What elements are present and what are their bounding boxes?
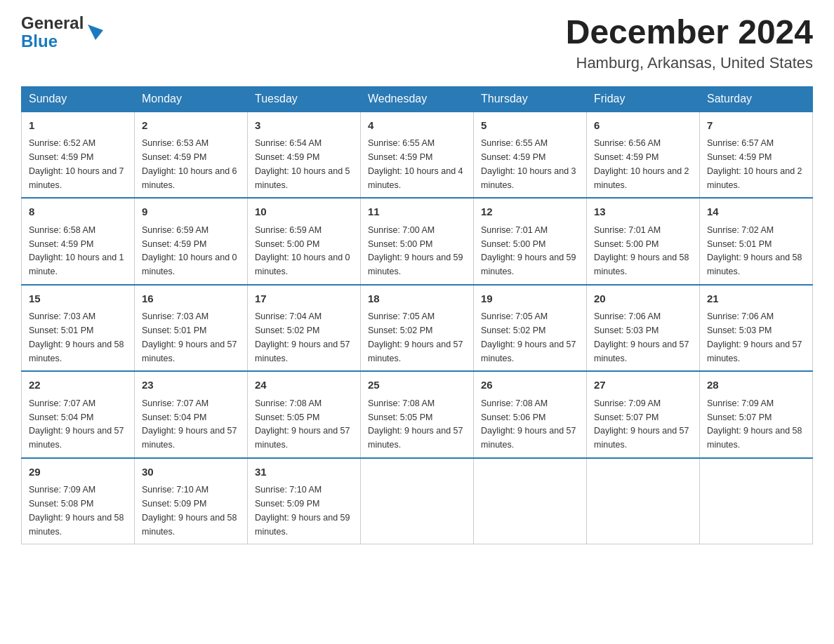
header-monday: Monday (135, 86, 248, 112)
week-row-5: 29 Sunrise: 7:09 AMSunset: 5:08 PMDaylig… (22, 458, 813, 544)
day-cell-15: 15 Sunrise: 7:03 AMSunset: 5:01 PMDaylig… (22, 285, 135, 372)
day-info: Sunrise: 6:55 AMSunset: 4:59 PMDaylight:… (368, 138, 463, 189)
day-cell-24: 24 Sunrise: 7:08 AMSunset: 5:05 PMDaylig… (248, 371, 361, 458)
day-cell-26: 26 Sunrise: 7:08 AMSunset: 5:06 PMDaylig… (474, 371, 587, 458)
day-info: Sunrise: 7:08 AMSunset: 5:06 PMDaylight:… (481, 398, 576, 450)
day-number: 18 (368, 291, 466, 307)
calendar-header-row: SundayMondayTuesdayWednesdayThursdayFrid… (22, 86, 813, 112)
day-info: Sunrise: 7:09 AMSunset: 5:07 PMDaylight:… (594, 398, 689, 450)
day-number: 19 (481, 291, 579, 307)
day-info: Sunrise: 7:05 AMSunset: 5:02 PMDaylight:… (368, 311, 463, 363)
location-subtitle: Hamburg, Arkansas, United States (566, 54, 813, 72)
day-info: Sunrise: 7:08 AMSunset: 5:05 PMDaylight:… (368, 398, 463, 450)
header-saturday: Saturday (700, 86, 813, 112)
day-cell-13: 13 Sunrise: 7:01 AMSunset: 5:00 PMDaylig… (587, 198, 700, 285)
day-cell-19: 19 Sunrise: 7:05 AMSunset: 5:02 PMDaylig… (474, 285, 587, 372)
day-cell-2: 2 Sunrise: 6:53 AMSunset: 4:59 PMDayligh… (135, 112, 248, 199)
logo: General Blue (21, 14, 103, 51)
day-number: 20 (594, 291, 692, 307)
day-info: Sunrise: 6:56 AMSunset: 4:59 PMDaylight:… (594, 138, 689, 189)
header-wednesday: Wednesday (361, 86, 474, 112)
day-info: Sunrise: 7:08 AMSunset: 5:05 PMDaylight:… (255, 398, 350, 450)
day-cell-11: 11 Sunrise: 7:00 AMSunset: 5:00 PMDaylig… (361, 198, 474, 285)
day-info: Sunrise: 7:00 AMSunset: 5:00 PMDaylight:… (368, 225, 463, 276)
day-cell-5: 5 Sunrise: 6:55 AMSunset: 4:59 PMDayligh… (474, 112, 587, 199)
month-year-title: December 2024 (566, 14, 813, 51)
day-info: Sunrise: 7:09 AMSunset: 5:08 PMDaylight:… (29, 485, 124, 536)
day-info: Sunrise: 7:01 AMSunset: 5:00 PMDaylight:… (481, 225, 576, 276)
day-number: 28 (707, 377, 805, 394)
day-cell-28: 28 Sunrise: 7:09 AMSunset: 5:07 PMDaylig… (700, 371, 813, 458)
day-number: 11 (368, 204, 466, 220)
day-cell-10: 10 Sunrise: 6:59 AMSunset: 5:00 PMDaylig… (248, 198, 361, 285)
day-info: Sunrise: 7:10 AMSunset: 5:09 PMDaylight:… (142, 485, 237, 536)
header-friday: Friday (587, 86, 700, 112)
day-number: 15 (29, 291, 127, 307)
day-number: 9 (142, 204, 240, 220)
day-number: 27 (594, 377, 692, 394)
day-cell-4: 4 Sunrise: 6:55 AMSunset: 4:59 PMDayligh… (361, 112, 474, 199)
day-cell-27: 27 Sunrise: 7:09 AMSunset: 5:07 PMDaylig… (587, 371, 700, 458)
logo-blue-text: Blue (21, 32, 84, 51)
day-number: 13 (594, 204, 692, 220)
logo-general-text: General (21, 14, 84, 32)
day-info: Sunrise: 7:09 AMSunset: 5:07 PMDaylight:… (707, 398, 802, 450)
day-info: Sunrise: 7:06 AMSunset: 5:03 PMDaylight:… (594, 311, 689, 363)
empty-cell (361, 458, 474, 544)
day-cell-17: 17 Sunrise: 7:04 AMSunset: 5:02 PMDaylig… (248, 285, 361, 372)
day-cell-23: 23 Sunrise: 7:07 AMSunset: 5:04 PMDaylig… (135, 371, 248, 458)
day-cell-9: 9 Sunrise: 6:59 AMSunset: 4:59 PMDayligh… (135, 198, 248, 285)
day-cell-3: 3 Sunrise: 6:54 AMSunset: 4:59 PMDayligh… (248, 112, 361, 199)
day-number: 14 (707, 204, 805, 220)
day-info: Sunrise: 7:02 AMSunset: 5:01 PMDaylight:… (707, 225, 802, 276)
day-number: 31 (255, 464, 353, 481)
day-number: 4 (368, 118, 466, 134)
day-number: 17 (255, 291, 353, 307)
header-tuesday: Tuesday (248, 86, 361, 112)
day-info: Sunrise: 6:58 AMSunset: 4:59 PMDaylight:… (29, 225, 124, 276)
day-info: Sunrise: 7:10 AMSunset: 5:09 PMDaylight:… (255, 485, 350, 536)
day-number: 25 (368, 377, 466, 394)
day-number: 5 (481, 118, 579, 134)
day-number: 30 (142, 464, 240, 481)
day-info: Sunrise: 7:01 AMSunset: 5:00 PMDaylight:… (594, 225, 689, 276)
day-cell-1: 1 Sunrise: 6:52 AMSunset: 4:59 PMDayligh… (22, 112, 135, 199)
day-number: 26 (481, 377, 579, 394)
day-info: Sunrise: 6:59 AMSunset: 5:00 PMDaylight:… (255, 225, 350, 276)
svg-marker-0 (88, 25, 103, 40)
day-number: 1 (29, 118, 127, 134)
day-info: Sunrise: 6:54 AMSunset: 4:59 PMDaylight:… (255, 138, 350, 189)
day-cell-30: 30 Sunrise: 7:10 AMSunset: 5:09 PMDaylig… (135, 458, 248, 544)
day-number: 24 (255, 377, 353, 394)
day-cell-21: 21 Sunrise: 7:06 AMSunset: 5:03 PMDaylig… (700, 285, 813, 372)
day-number: 2 (142, 118, 240, 134)
calendar-table: SundayMondayTuesdayWednesdayThursdayFrid… (21, 86, 813, 545)
day-cell-14: 14 Sunrise: 7:02 AMSunset: 5:01 PMDaylig… (700, 198, 813, 285)
day-info: Sunrise: 7:07 AMSunset: 5:04 PMDaylight:… (142, 398, 237, 450)
day-cell-18: 18 Sunrise: 7:05 AMSunset: 5:02 PMDaylig… (361, 285, 474, 372)
day-cell-8: 8 Sunrise: 6:58 AMSunset: 4:59 PMDayligh… (22, 198, 135, 285)
day-info: Sunrise: 7:05 AMSunset: 5:02 PMDaylight:… (481, 311, 576, 363)
day-cell-20: 20 Sunrise: 7:06 AMSunset: 5:03 PMDaylig… (587, 285, 700, 372)
logo-icon (88, 25, 103, 40)
day-number: 29 (29, 464, 127, 481)
day-cell-31: 31 Sunrise: 7:10 AMSunset: 5:09 PMDaylig… (248, 458, 361, 544)
day-info: Sunrise: 6:55 AMSunset: 4:59 PMDaylight:… (481, 138, 576, 189)
page-header: General Blue December 2024 Hamburg, Arka… (21, 14, 813, 72)
week-row-1: 1 Sunrise: 6:52 AMSunset: 4:59 PMDayligh… (22, 112, 813, 199)
day-info: Sunrise: 7:06 AMSunset: 5:03 PMDaylight:… (707, 311, 802, 363)
day-cell-29: 29 Sunrise: 7:09 AMSunset: 5:08 PMDaylig… (22, 458, 135, 544)
day-info: Sunrise: 6:59 AMSunset: 4:59 PMDaylight:… (142, 225, 237, 276)
day-number: 6 (594, 118, 692, 134)
day-number: 10 (255, 204, 353, 220)
day-cell-7: 7 Sunrise: 6:57 AMSunset: 4:59 PMDayligh… (700, 112, 813, 199)
day-cell-25: 25 Sunrise: 7:08 AMSunset: 5:05 PMDaylig… (361, 371, 474, 458)
day-info: Sunrise: 7:04 AMSunset: 5:02 PMDaylight:… (255, 311, 350, 363)
day-info: Sunrise: 7:07 AMSunset: 5:04 PMDaylight:… (29, 398, 124, 450)
header-sunday: Sunday (22, 86, 135, 112)
day-cell-6: 6 Sunrise: 6:56 AMSunset: 4:59 PMDayligh… (587, 112, 700, 199)
empty-cell (474, 458, 587, 544)
day-info: Sunrise: 6:53 AMSunset: 4:59 PMDaylight:… (142, 138, 237, 189)
day-number: 23 (142, 377, 240, 394)
day-number: 22 (29, 377, 127, 394)
